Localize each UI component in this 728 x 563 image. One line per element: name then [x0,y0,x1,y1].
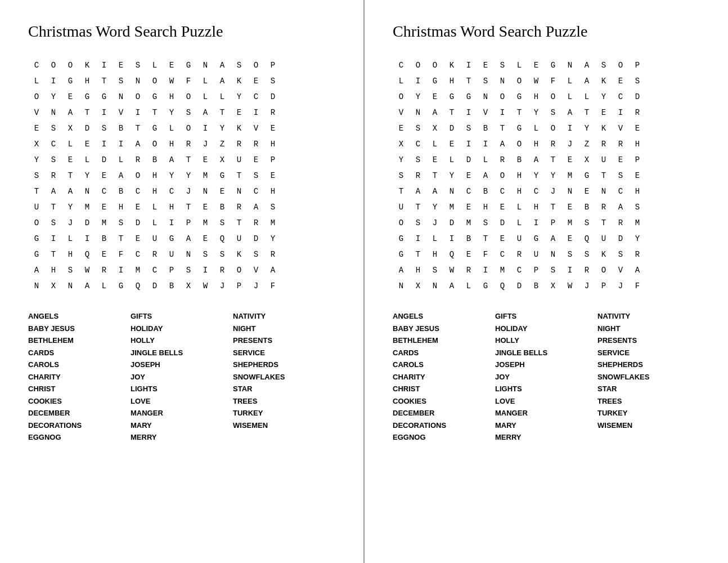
word-item: JINGLE BELLS [495,347,597,359]
grid-cell: U [28,199,45,215]
grid-cell: I [163,215,180,231]
grid-row: ESXDSBTGLOIYKVE [393,120,646,136]
grid-cell: X [545,278,561,294]
grid-cell: S [545,105,561,120]
grid-cell: C [410,136,426,152]
grid-cell: L [146,215,163,231]
grid-cell: N [545,247,561,262]
grid-cell: G [96,89,113,105]
grid-cell: P [231,278,248,294]
grid-cell: T [28,184,45,199]
grid-cell: Y [528,105,545,120]
grid-cell: E [561,199,578,215]
grid-cell: D [443,120,460,136]
grid-cell: E [612,73,629,89]
grid-cell: K [595,247,612,262]
grid-cell: E [528,57,545,73]
grid-cell: C [163,184,180,199]
grid-cell: G [443,89,460,105]
grid-cell: C [28,57,45,73]
grid-cell: E [443,136,460,152]
right-word-list: ANGELSBABY JESUSBETHLEHEMCARDSCAROLSCHAR… [393,311,700,443]
grid-cell: Y [231,89,248,105]
grid-row: YSELDLRBATEXUEP [393,152,646,168]
grid-cell: A [45,184,62,199]
grid-cell: E [393,120,410,136]
grid-cell: E [248,73,264,89]
grid-cell: I [113,262,129,278]
grid-row: XCLEIIAOHRJZRRH [393,136,646,152]
grid-cell: H [62,247,79,262]
grid-cell: T [410,247,426,262]
grid-cell: O [146,136,163,152]
grid-row: AHSWRIMCPSIROVA [28,262,281,278]
grid-cell: M [197,215,214,231]
grid-cell: I [477,262,494,278]
right-grid: COOKIESLEGNASOPLIGHTSNOWFLAKESOYEGGNOGHO… [393,57,646,294]
grid-cell: J [612,278,629,294]
word-item: JOSEPH [131,359,233,370]
grid-cell: T [146,105,163,120]
grid-cell: P [629,57,646,73]
grid-cell: N [426,278,443,294]
word-item: TREES [597,396,700,407]
grid-cell: R [410,168,426,184]
grid-cell: G [146,89,163,105]
word-item: MERRY [131,432,233,443]
grid-cell: S [197,247,214,262]
word-item: BABY JESUS [393,323,495,334]
grid-cell: G [578,168,595,184]
word-column: ANGELSBABY JESUSBETHLEHEMCARDSCAROLSCHAR… [393,311,495,443]
grid-cell: T [595,215,612,231]
grid-cell: M [264,215,281,231]
grid-cell: C [45,136,62,152]
grid-cell: R [612,136,629,152]
grid-cell: I [79,231,96,247]
grid-cell: G [426,73,443,89]
word-item: HOLIDAY [495,323,597,334]
grid-cell: B [96,231,113,247]
grid-cell: E [214,184,231,199]
grid-cell: L [146,199,163,215]
grid-cell: G [528,231,545,247]
grid-cell: R [629,247,646,262]
word-column: ANGELSBABY JESUSBETHLEHEMCARDSCAROLSCHAR… [28,311,131,443]
grid-cell: P [180,215,197,231]
word-item: NATIVITY [597,311,700,322]
grid-cell: D [629,89,646,105]
grid-cell: H [410,262,426,278]
grid-cell: S [477,215,494,231]
word-item: SERVICE [597,347,700,359]
grid-cell: S [629,199,646,215]
grid-cell: H [163,136,180,152]
grid-cell: O [511,136,528,152]
grid-cell: O [62,57,79,73]
word-item: CHRIST [393,383,495,395]
word-item: TREES [233,396,335,407]
grid-cell: C [494,184,511,199]
grid-cell: Y [79,168,96,184]
word-item: EGGNOG [393,432,495,443]
grid-cell: R [231,199,248,215]
grid-cell: R [214,262,231,278]
grid-cell: I [460,136,477,152]
grid-cell: K [443,57,460,73]
grid-cell: E [578,184,595,199]
grid-cell: C [129,247,146,262]
grid-cell: E [62,152,79,168]
grid-cell: B [113,120,129,136]
grid-cell: C [146,262,163,278]
word-item: SERVICE [233,347,335,359]
grid-cell: G [393,247,410,262]
grid-cell: M [561,215,578,231]
word-item: SNOWFLAKES [597,372,700,383]
grid-cell: O [494,168,511,184]
grid-cell: G [393,231,410,247]
word-item: HOLLY [495,335,597,346]
grid-cell: E [96,168,113,184]
grid-cell: J [561,136,578,152]
word-item: SNOWFLAKES [233,372,335,383]
grid-cell: I [612,105,629,120]
grid-cell: S [113,73,129,89]
grid-cell: T [511,105,528,120]
